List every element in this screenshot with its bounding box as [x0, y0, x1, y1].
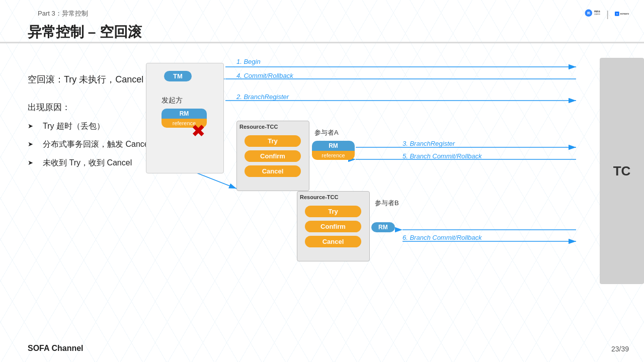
rm-b-badge: RM — [371, 222, 395, 232]
sofastack-logo: S SOFASTACK — [615, 7, 629, 21]
confirm-btn-b: Confirm — [305, 221, 361, 232]
tc-label: TC — [613, 163, 631, 179]
rm-label-top: RM — [162, 109, 207, 119]
breadcrumb: Part 3：异常控制 — [38, 9, 88, 18]
rm-ref-a: RM reference — [312, 141, 355, 160]
svg-text:蚂: 蚂 — [587, 11, 590, 15]
svg-text:蚂蚁金服: 蚂蚁金服 — [594, 10, 600, 13]
resource-tcc-label-a: Resource-TCC — [239, 124, 278, 130]
resource-tcc-label-b: Resource-TCC — [300, 194, 338, 200]
arrow-branch-commit-2-label: 6. Branch Commit/Rollback — [403, 234, 482, 241]
arrow-branch-register-2-label: 3. BranchRegister — [403, 140, 455, 147]
svg-text:S: S — [616, 13, 618, 15]
page-number: 23/39 — [611, 345, 629, 353]
participant-a-label: 参与者A — [314, 128, 339, 137]
confirm-btn-a: Confirm — [245, 150, 301, 162]
footer-brand: SOFA Channel — [28, 344, 84, 353]
logo-area: 蚂 蚂蚁金服 金融科技 | S SOFASTACK — [584, 7, 629, 21]
arrow-branch-commit-1-label: 5. Branch Commit/Rollback — [403, 152, 482, 160]
rm-a-label: RM — [312, 141, 355, 151]
red-x-mark: ✖ — [191, 121, 205, 141]
cancel-btn-b: Cancel — [305, 236, 361, 247]
try-btn-a: Try — [245, 135, 301, 147]
header: Part 3：异常控制 蚂 蚂蚁金服 金融科技 | S SOFASTACK 异常… — [0, 0, 644, 43]
arrow-commit-rollback-label: 4. Commit/Rollback — [236, 72, 293, 79]
resource-tcc-box-a: Resource-TCC Try Confirm Cancel — [236, 121, 309, 191]
arrow-begin-label: 1. Begin — [236, 58, 261, 65]
arrow-branch-register-1-label: 2. BranchRegister — [236, 93, 289, 101]
cancel-btn-a: Cancel — [245, 165, 301, 177]
diagram-area: 1. Begin 4. Commit/Rollback 2. BranchReg… — [136, 43, 644, 362]
page-title: 异常控制 – 空回滚 — [28, 23, 142, 42]
main-content: 空回滚：Try 未执行，Cancel 执行了 出现原因： Try 超时（丢包） … — [0, 43, 644, 362]
svg-text:SOFASTACK: SOFASTACK — [620, 13, 629, 15]
resource-tcc-box-b: Resource-TCC Try Confirm Cancel — [297, 191, 370, 261]
try-btn-b: Try — [305, 206, 361, 217]
tc-box: TC — [600, 58, 644, 284]
participant-b-label: 参与者B — [375, 199, 399, 208]
tm-badge: TM — [164, 71, 192, 81]
initiator-box: TM 发起方 RM reference — [146, 63, 224, 173]
ant-financial-logo: 蚂 蚂蚁金服 金融科技 — [584, 7, 600, 21]
initiator-label: 发起方 — [162, 96, 183, 105]
svg-text:金融科技: 金融科技 — [594, 13, 600, 15]
ref-a-label: reference — [312, 151, 355, 160]
